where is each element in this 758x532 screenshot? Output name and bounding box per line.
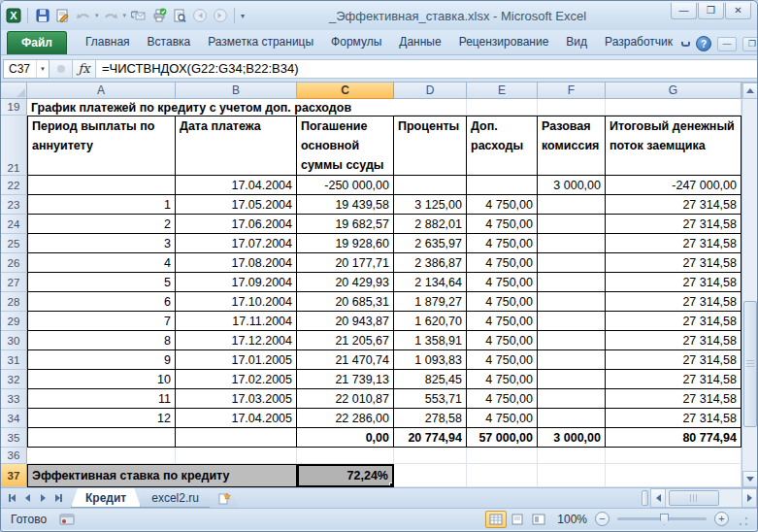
cell-A31[interactable]: 9 (27, 350, 176, 370)
cell-B29[interactable]: 17.11.2004 (176, 312, 297, 331)
cell-A30[interactable]: 8 (27, 331, 176, 350)
cell-F30[interactable] (538, 331, 606, 350)
horizontal-scrollbar[interactable] (640, 488, 757, 508)
prev-sheet-icon[interactable] (20, 491, 34, 505)
cell-E25[interactable]: 4 750,00 (467, 234, 538, 253)
zoom-slider-thumb[interactable] (660, 514, 669, 525)
undo-dropdown-icon[interactable]: ▾ (95, 12, 99, 19)
cell-E27[interactable]: 4 750,00 (467, 273, 538, 292)
cell-D37[interactable] (394, 464, 467, 487)
cell-E32[interactable]: 4 750,00 (467, 370, 538, 389)
cell-A23[interactable]: 1 (27, 195, 176, 215)
cell-C25[interactable]: 19 928,60 (297, 234, 394, 253)
cell-F26[interactable] (538, 253, 606, 273)
scroll-up-icon[interactable] (742, 83, 758, 99)
cell-F25[interactable] (538, 234, 606, 253)
restore-icon[interactable]: ❐ (698, 3, 724, 19)
cell-F28[interactable] (538, 292, 606, 312)
row-header-19[interactable]: 19 (1, 99, 27, 116)
cell-B32[interactable]: 17.02.2005 (176, 370, 297, 389)
cell-C37[interactable]: 72,24% (297, 464, 394, 487)
cell-D26[interactable]: 2 386,87 (394, 253, 467, 273)
sheet-tab-kredit[interactable]: Кредит (71, 488, 141, 508)
name-box-dropdown-icon[interactable]: ▼ (36, 60, 49, 78)
cell-B22[interactable]: 17.04.2004 (176, 176, 297, 195)
doc-minimize-icon[interactable]: — (717, 37, 737, 51)
first-sheet-icon[interactable] (5, 491, 18, 505)
forward-icon[interactable] (212, 8, 228, 24)
row-header-22[interactable]: 22 (1, 176, 27, 195)
cell-A36[interactable] (27, 448, 176, 464)
row-header-27[interactable]: 27 (1, 273, 27, 292)
tab-insert[interactable]: Вставка (139, 31, 200, 54)
cell-E30[interactable]: 4 750,00 (467, 331, 538, 350)
close-icon[interactable]: ✕ (725, 3, 751, 19)
cell-F32[interactable] (538, 370, 606, 389)
cell-D35[interactable]: 20 774,94 (394, 428, 467, 448)
column-header-B[interactable]: B (176, 83, 297, 99)
cell-B33[interactable]: 17.03.2005 (176, 389, 297, 409)
redo-dropdown-icon[interactable]: ▾ (123, 12, 127, 19)
cell-E22[interactable] (467, 176, 538, 195)
cell-F36[interactable] (538, 448, 606, 464)
cell-F27[interactable] (538, 273, 606, 292)
row-header-32[interactable]: 32 (1, 370, 27, 389)
row-header-24[interactable]: 24 (1, 215, 27, 234)
scroll-down-icon[interactable] (742, 471, 758, 487)
quick-print-icon[interactable] (150, 8, 167, 24)
cell-A28[interactable]: 6 (27, 292, 176, 312)
select-all-corner[interactable] (1, 83, 27, 99)
cell-G29[interactable]: 27 314,58 (606, 312, 742, 331)
cell-D30[interactable]: 1 358,91 (394, 331, 467, 350)
column-header-A[interactable]: A (27, 83, 176, 99)
cell-E23[interactable]: 4 750,00 (467, 195, 538, 215)
cell-G24[interactable]: 27 314,58 (606, 215, 742, 234)
cell-D25[interactable]: 2 635,97 (394, 234, 467, 253)
cell-E33[interactable]: 4 750,00 (467, 389, 538, 409)
cell-G36[interactable] (606, 448, 742, 464)
cell-C29[interactable]: 20 943,87 (297, 312, 394, 331)
cell-E19[interactable] (467, 99, 538, 116)
cell-C23[interactable]: 19 439,58 (297, 195, 394, 215)
cell-C34[interactable]: 22 286,00 (297, 409, 394, 428)
cell-A32[interactable]: 10 (27, 370, 176, 389)
help-icon[interactable]: ? (696, 36, 711, 51)
cell-B31[interactable]: 17.01.2005 (176, 350, 297, 370)
cell-C36[interactable] (297, 448, 394, 464)
cell-D19[interactable] (394, 99, 467, 116)
row-header-23[interactable]: 23 (1, 195, 27, 215)
cell-E26[interactable]: 4 750,00 (467, 253, 538, 273)
save-as-icon[interactable] (54, 8, 71, 24)
cell-E28[interactable]: 4 750,00 (467, 292, 538, 312)
cell-F34[interactable] (538, 409, 606, 428)
scroll-left-icon[interactable] (650, 488, 666, 508)
cell-D27[interactable]: 2 134,64 (394, 273, 467, 292)
cell-D23[interactable]: 3 125,00 (394, 195, 467, 215)
cell-G25[interactable]: 27 314,58 (606, 234, 742, 253)
last-sheet-icon[interactable] (51, 491, 65, 505)
cell-A22[interactable] (27, 176, 176, 195)
column-header-G[interactable]: G (606, 83, 742, 99)
cell-F24[interactable] (538, 215, 606, 234)
column-header-C[interactable]: C (297, 83, 394, 99)
cell-D29[interactable]: 1 620,70 (394, 312, 467, 331)
cell-F19[interactable] (538, 99, 606, 116)
cell-D31[interactable]: 1 093,83 (394, 350, 467, 370)
row-header-34[interactable]: 34 (1, 409, 27, 428)
cell-A35[interactable] (27, 428, 176, 448)
cell-G32[interactable]: 27 314,58 (606, 370, 742, 389)
print-preview-icon[interactable] (171, 8, 187, 24)
zoom-slider[interactable] (617, 517, 707, 520)
cell-B25[interactable]: 17.07.2004 (176, 234, 297, 253)
undo-icon[interactable] (75, 8, 91, 24)
tab-page-layout[interactable]: Разметка страницы (199, 31, 322, 54)
excel-logo-icon[interactable]: X (5, 8, 21, 24)
cell-G28[interactable]: 27 314,58 (606, 292, 742, 312)
column-header-D[interactable]: D (394, 83, 467, 99)
zoom-out-icon[interactable]: − (595, 512, 610, 526)
cell-G27[interactable]: 27 314,58 (606, 273, 742, 292)
cell-D24[interactable]: 2 882,01 (394, 215, 467, 234)
cell-E29[interactable]: 4 750,00 (467, 312, 538, 331)
cell-AB37[interactable]: Эффективная ставка по кредиту (27, 464, 297, 487)
cell-G22[interactable]: -247 000,00 (606, 176, 742, 195)
